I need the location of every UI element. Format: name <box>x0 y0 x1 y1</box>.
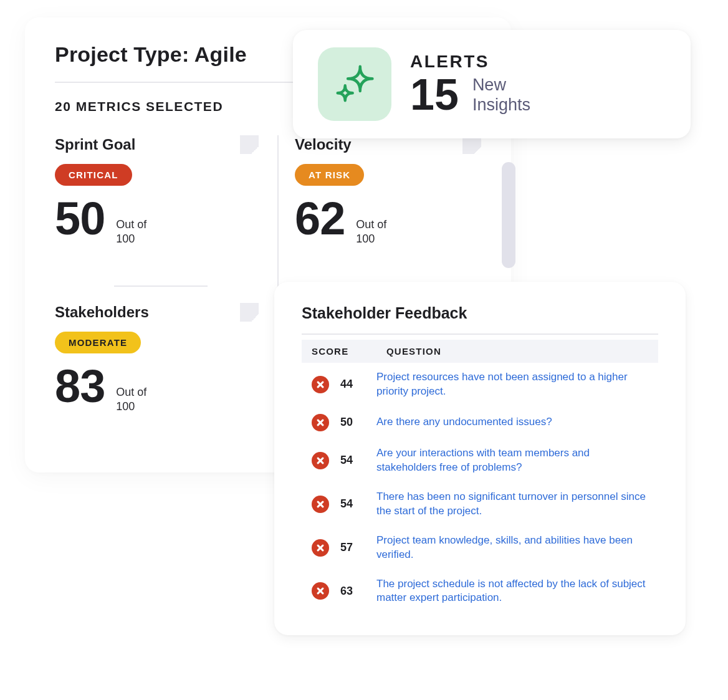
status-pill-critical: CRITICAL <box>55 164 132 186</box>
metric-max: Out of 100 <box>356 218 386 246</box>
sparkle-icon <box>318 47 391 121</box>
feedback-score: 54 <box>340 454 365 467</box>
alerts-count: 15 <box>410 73 459 117</box>
feedback-question-link[interactable]: Project team knowledge, skills, and abil… <box>376 534 648 562</box>
feedback-row: 57 Project team knowledge, skills, and a… <box>302 526 658 570</box>
feedback-score: 57 <box>340 541 365 554</box>
remove-icon[interactable] <box>312 539 329 557</box>
divider <box>114 285 208 287</box>
alerts-description: New Insights <box>472 75 530 115</box>
note-icon[interactable] <box>240 135 259 154</box>
feedback-question-link[interactable]: Project resources have not been assigned… <box>376 370 648 399</box>
feedback-title: Stakeholder Feedback <box>302 304 658 322</box>
feedback-row: 54 Are your interactions with team membe… <box>302 439 658 482</box>
feedback-question-link[interactable]: Are there any undocumented issues? <box>376 415 648 429</box>
feedback-question-link[interactable]: Are your interactions with team members … <box>376 446 648 475</box>
alerts-label: ALERTS <box>410 52 530 72</box>
column-question: QUESTION <box>386 346 648 357</box>
remove-icon[interactable] <box>312 376 329 393</box>
feedback-row: 63 The project schedule is not affected … <box>302 570 658 613</box>
metric-name: Sprint Goal <box>55 136 135 153</box>
note-icon[interactable] <box>240 303 259 322</box>
remove-icon[interactable] <box>312 496 329 513</box>
metric-sprint-goal[interactable]: Sprint Goal CRITICAL 50 Out of 100 <box>55 135 259 271</box>
remove-icon[interactable] <box>312 582 329 600</box>
remove-icon[interactable] <box>312 452 329 469</box>
metric-max: Out of 100 <box>116 218 146 246</box>
feedback-score: 54 <box>340 497 365 511</box>
stakeholder-feedback-card: Stakeholder Feedback SCORE QUESTION 44 P… <box>274 282 686 635</box>
metric-name: Stakeholders <box>55 304 149 321</box>
feedback-row: 44 Project resources have not been assig… <box>302 363 658 406</box>
scrollbar-track[interactable] <box>502 162 515 268</box>
metric-score: 62 <box>295 196 345 242</box>
status-pill-moderate: MODERATE <box>55 332 141 353</box>
remove-icon[interactable] <box>312 414 329 431</box>
metric-max: Out of 100 <box>116 385 146 413</box>
metric-score: 50 <box>55 196 105 242</box>
column-score: SCORE <box>312 346 386 357</box>
feedback-score: 50 <box>340 416 365 429</box>
feedback-score: 63 <box>340 585 365 598</box>
feedback-row: 50 Are there any undocumented issues? <box>302 406 658 439</box>
feedback-question-link[interactable]: The project schedule is not affected by … <box>376 577 648 606</box>
metric-velocity[interactable]: Velocity AT RISK 62 Out of 100 <box>295 135 481 271</box>
feedback-table-header: SCORE QUESTION <box>302 340 658 363</box>
metric-stakeholders[interactable]: Stakeholders MODERATE 83 Out of 100 <box>55 303 259 438</box>
metric-name: Velocity <box>295 136 352 153</box>
feedback-row: 54 There has been no significant turnove… <box>302 482 658 526</box>
metric-score: 83 <box>55 363 105 410</box>
status-pill-at-risk: AT RISK <box>295 164 364 186</box>
feedback-score: 44 <box>340 378 365 391</box>
divider <box>302 333 658 335</box>
feedback-question-link[interactable]: There has been no significant turnover i… <box>376 490 648 519</box>
alerts-card[interactable]: ALERTS 15 New Insights <box>293 30 691 138</box>
